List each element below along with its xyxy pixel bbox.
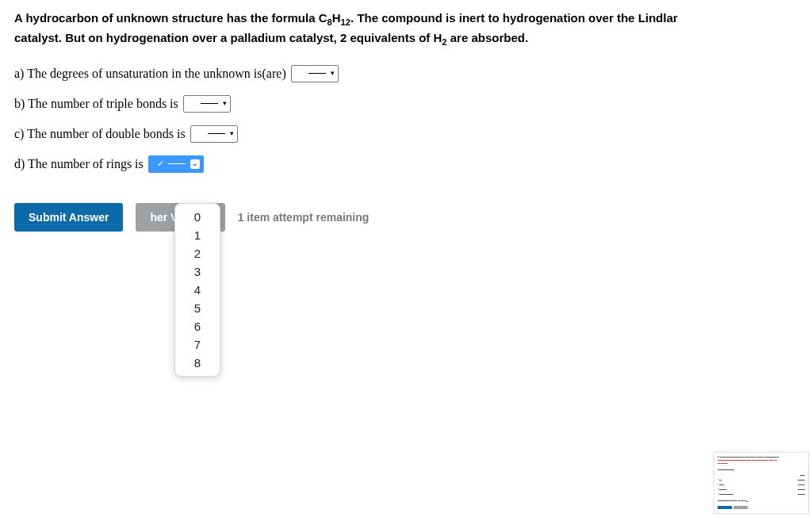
thumb-line: ▬▬▬▬▬▬▬: [718, 469, 805, 472]
action-row: Submit Answer her Version 1 item attempt…: [14, 203, 798, 232]
dropdown-option[interactable]: 2: [178, 244, 217, 262]
question-b-label: b) The number of triple bonds is: [14, 97, 178, 111]
dropdown-option[interactable]: 1: [178, 226, 217, 244]
chevron-down-icon: ▾: [331, 70, 335, 77]
text: A hydrocarbon of unknown structure has t…: [14, 11, 327, 25]
question-c-row: c) The number of double bonds is ▾: [14, 125, 798, 143]
dropdown-option[interactable]: 0: [178, 208, 217, 226]
dropdown-option[interactable]: 8: [178, 354, 217, 372]
question-a-row: a) The degrees of unsaturation in the un…: [14, 65, 798, 82]
preview-thumbnail[interactable]: ■ ▬▬▬▬▬▬▬▬▬▬ ▬▬▬▬▬ ▬▬▬ ▬▬▬▬▬▬ ▬▬▬▬▬▬▬▬▬▬…: [714, 452, 809, 514]
question-d-label: d) The number of rings is: [14, 157, 144, 171]
blank-line: [208, 133, 225, 134]
chev-wrapper: ⌄: [190, 159, 200, 169]
chevron-down-icon: ⌄: [192, 160, 198, 167]
question-a-label: a) The degrees of unsaturation in the un…: [14, 67, 286, 81]
question-c-select[interactable]: ▾: [190, 125, 238, 143]
thumb-row: ▬▬▬▬▬: [718, 484, 805, 487]
dropdown-option[interactable]: 7: [178, 335, 217, 354]
subscript: 12: [341, 17, 351, 27]
dropdown-option[interactable]: 3: [178, 262, 217, 281]
question-b-row: b) The number of triple bonds is ▾: [14, 95, 798, 113]
attempts-remaining: 1 item attempt remaining: [238, 211, 370, 224]
question-d-select[interactable]: ✓ ⌄: [148, 155, 204, 173]
thumb-row: ▬▬▬▬: [718, 479, 805, 482]
blank-line: [308, 73, 326, 74]
check-icon: ✓: [157, 159, 164, 169]
thumb-col: ▬▬: [718, 474, 805, 477]
text: H: [332, 11, 341, 25]
question-b-select[interactable]: ▾: [183, 95, 231, 113]
thumb-row: ▬▬▬▬▬▬▬▬▬: [718, 493, 805, 496]
dropdown-option[interactable]: 4: [178, 281, 217, 299]
question-d-dropdown: 0 1 2 3 4 5 6 7 8: [174, 203, 220, 377]
question-d-row: d) The number of rings is ✓ ⌄: [14, 155, 798, 173]
thumb-row: ▬▬▬▬▬▬: [718, 488, 805, 492]
thumb-line: ▬ ▬▬▬: [718, 462, 805, 465]
dropdown-option[interactable]: 5: [178, 299, 217, 317]
submit-answer-button[interactable]: Submit Answer: [14, 203, 123, 232]
question-a-select[interactable]: ▾: [291, 65, 339, 82]
dropdown-option[interactable]: 6: [178, 317, 217, 335]
chevron-down-icon: ▾: [230, 130, 234, 137]
text: catalyst. But on hydrogenation over a pa…: [14, 31, 442, 44]
problem-statement: A hydrocarbon of unknown structure has t…: [14, 10, 798, 49]
text: . The compound is inert to hydrogenation…: [350, 11, 678, 25]
blank-line: [168, 163, 186, 164]
chevron-down-icon: ▾: [223, 100, 227, 107]
question-c-label: c) The number of double bonds is: [14, 127, 186, 141]
blank-line: [201, 103, 218, 104]
text: are absorbed.: [447, 31, 529, 44]
thumb-buttons: [718, 503, 805, 511]
